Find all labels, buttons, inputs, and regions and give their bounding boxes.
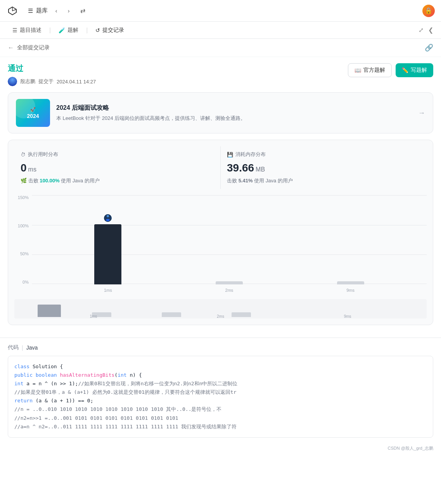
- memory-beat-pct: 5.41%: [239, 178, 253, 184]
- svg-point-2: [107, 215, 109, 217]
- time-label: ⏱ 执行用时分布: [21, 151, 214, 158]
- fullscreen-icon[interactable]: ⤢: [419, 26, 424, 34]
- mini-label-2ms: 2ms: [217, 314, 224, 319]
- chart-main: 1ms 2ms 9ms: [32, 195, 427, 296]
- time-beat-pct: 100.00%: [40, 178, 59, 184]
- memory-card: 💾 消耗内存分布 39.66 MB 击败 5.41% 使用 Java 的用户: [221, 146, 427, 189]
- bar-2ms: [216, 281, 243, 284]
- banner-desc: 本 LeetBook 针对于 2024 后端岗位的面试高频考点，提供练习、讲解、…: [56, 114, 413, 122]
- write-solution-label: 写题解: [411, 67, 427, 74]
- perf-top: ⏱ 执行用时分布 0 ms 🌿 击败 100.00% 使用 Java 的用户 💾: [14, 146, 427, 189]
- memory-beat: 击败 5.41% 使用 Java 的用户: [227, 177, 420, 184]
- description-icon: ☰: [12, 27, 17, 33]
- tab-solution-label: 题解: [67, 27, 78, 34]
- mini-label-9ms: 9ms: [344, 314, 351, 319]
- code-header: 代码 | Java: [8, 344, 433, 351]
- code-lang: Java: [26, 345, 38, 351]
- banner-text: 2024 后端面试攻略 本 LeetBook 针对于 2024 后端岗位的面试高…: [56, 104, 413, 122]
- code-divider: |: [22, 345, 23, 351]
- status-section: 通过 殷志鹏 提交于 2024.04.11 14:2: [8, 63, 433, 86]
- tab-description[interactable]: ☰ 题目描述: [8, 24, 46, 36]
- time-value: 0 ms: [21, 162, 214, 174]
- memory-label: 💾 消耗内存分布: [227, 151, 420, 158]
- link-icon[interactable]: 🔗: [425, 44, 433, 52]
- back-icon: ←: [8, 44, 14, 51]
- submitter-name: 殷志鹏: [20, 78, 35, 85]
- banner-year: 🚀 2024: [27, 107, 39, 119]
- chart-avatar: [103, 213, 112, 223]
- mini-chart: 1ms 2ms 9ms: [14, 299, 427, 319]
- banner-image: 🚀 2024: [16, 99, 50, 127]
- bar-1ms: [94, 224, 121, 284]
- submit-text: 提交于: [38, 78, 54, 85]
- solution-icon: 🧪: [59, 27, 65, 33]
- memory-icon: 💾: [227, 152, 233, 158]
- code-line-7: //n2=n>>1 =..0..001 0101 0101 0101 0101 …: [14, 414, 427, 423]
- tab-submission-label: 提交记录: [102, 27, 124, 34]
- next-button[interactable]: ›: [63, 5, 74, 16]
- tab-divider-2: |: [86, 27, 88, 34]
- tab-submission[interactable]: ↺ 提交记录: [91, 24, 129, 36]
- svg-point-0: [8, 77, 17, 86]
- tab-bar-actions: ⤢ ❮: [419, 26, 433, 34]
- code-block: class Solution { public boolean hasAlter…: [8, 356, 433, 438]
- nav-arrows: ‹ ›: [51, 5, 74, 16]
- code-label: 代码: [8, 344, 19, 351]
- banner-title: 2024 后端面试攻略: [56, 104, 413, 112]
- logo[interactable]: [6, 5, 19, 17]
- user-info: 殷志鹏 提交于 2024.04.11 14:27: [8, 77, 96, 86]
- shuffle-button[interactable]: ⇄: [77, 5, 88, 16]
- tab-description-label: 题目描述: [20, 27, 42, 34]
- code-line-5: return (a & (a + 1)) == 0;: [14, 397, 427, 405]
- official-solution-button[interactable]: 📖 官方题解: [348, 63, 392, 77]
- submission-icon: ↺: [95, 27, 100, 33]
- submitter-avatar: [8, 77, 17, 86]
- list-icon: ☰: [28, 7, 33, 14]
- chart-bars: [32, 195, 427, 284]
- svg-point-3: [106, 219, 110, 221]
- tab-divider-1: |: [49, 27, 51, 34]
- code-line-4: //如果是交替01串，a & (a+1) 必然为0.这就是交替01的规律，只要符…: [14, 388, 427, 397]
- performance-section: ⏱ 执行用时分布 0 ms 🌿 击败 100.00% 使用 Java 的用户 💾: [8, 140, 433, 325]
- watermark: CSDN @殷人_grd_志鹏: [0, 444, 441, 453]
- problem-bank-nav[interactable]: ☰ 题库: [28, 7, 48, 14]
- code-line-2: public boolean hasAlternatingBits(int n)…: [14, 371, 427, 379]
- nav-right: 🔒: [422, 5, 435, 17]
- chart-area: 150% 100% 50% 0%: [14, 195, 427, 296]
- main-content: 通过 殷志鹏 提交于 2024.04.11 14:2: [0, 57, 441, 338]
- banner-card[interactable]: 🚀 2024 2024 后端面试攻略 本 LeetBook 针对于 2024 后…: [8, 92, 433, 133]
- problem-bank-label: 题库: [36, 7, 48, 14]
- status-buttons: 📖 官方题解 ✏️ 写题解: [348, 63, 433, 77]
- code-line-1: class Solution {: [14, 362, 427, 371]
- back-bar[interactable]: ← 全部提交记录 🔗: [0, 39, 441, 57]
- user-avatar[interactable]: 🔒: [422, 5, 435, 17]
- back-label: 全部提交记录: [17, 44, 50, 51]
- code-line-8: //a=n ^ n2=..0..011 1111 1111 1111 1111 …: [14, 423, 427, 431]
- code-section: 代码 | Java class Solution { public boolea…: [0, 338, 441, 444]
- submit-time: 2024.04.11 14:27: [57, 79, 96, 85]
- write-solution-button[interactable]: ✏️ 写题解: [396, 63, 433, 77]
- code-line-3: int a = n ^ (n >> 1);//如果0和1交替出现，则将n右移一位…: [14, 379, 427, 388]
- chart-y-labels: 150% 100% 50% 0%: [14, 195, 32, 284]
- time-card: ⏱ 执行用时分布 0 ms 🌿 击败 100.00% 使用 Java 的用户: [14, 146, 221, 189]
- edit-icon: ✏️: [402, 67, 408, 73]
- shuffle-icon: ⇄: [80, 7, 85, 14]
- tab-bar: ☰ 题目描述 | 🧪 题解 | ↺ 提交记录 ⤢ ❮: [0, 22, 441, 39]
- collapse-icon[interactable]: ❮: [428, 26, 433, 34]
- bar-9ms: [337, 281, 364, 284]
- bar-group-1ms: [94, 224, 121, 284]
- code-line-6: //n = ..0..010 1010 1010 1010 1010 1010 …: [14, 405, 427, 414]
- time-icon: ⏱: [21, 152, 26, 158]
- tab-solution[interactable]: 🧪 题解: [54, 24, 83, 36]
- status-left: 通过 殷志鹏 提交于 2024.04.11 14:2: [8, 63, 96, 86]
- chart-x-labels: 1ms 2ms 9ms: [32, 284, 427, 296]
- banner-arrow-icon: →: [418, 109, 425, 117]
- official-solution-label: 官方题解: [363, 67, 385, 74]
- link-icon-area: 🔗: [425, 43, 433, 52]
- mini-label-1ms: 1ms: [90, 314, 97, 319]
- memory-value: 39.66 MB: [227, 162, 420, 174]
- prev-button[interactable]: ‹: [51, 5, 62, 16]
- status-badge: 通过: [8, 63, 96, 74]
- book-icon: 📖: [355, 67, 361, 73]
- bar-group-9ms: [337, 281, 364, 284]
